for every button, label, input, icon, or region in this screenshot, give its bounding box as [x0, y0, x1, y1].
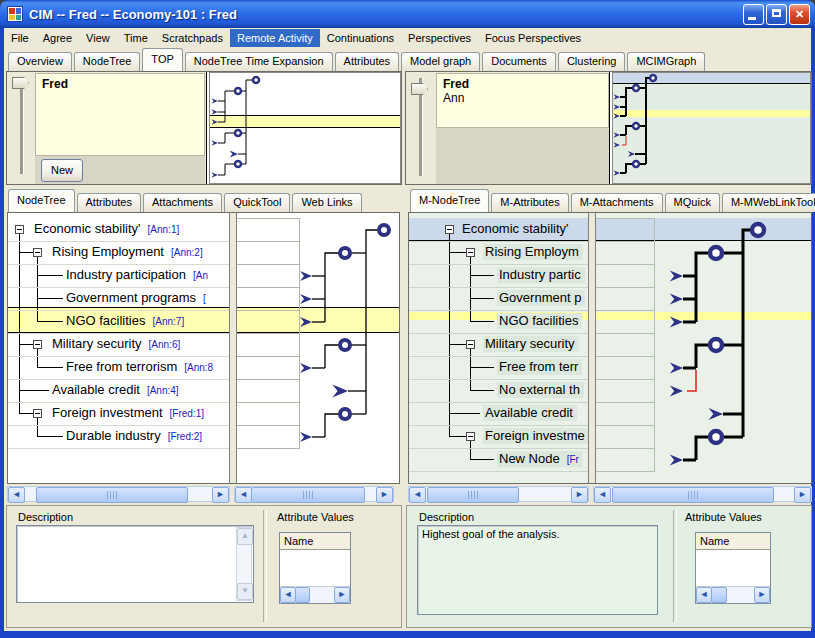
menu-remote-activity[interactable]: Remote Activity: [230, 29, 320, 47]
node-label[interactable]: Available credit: [483, 405, 577, 421]
minimize-button[interactable]: [743, 4, 764, 25]
menu-focus-perspectives[interactable]: Focus Perspectives: [478, 29, 588, 47]
tree-splitter[interactable]: [229, 213, 237, 484]
scroll-thumb[interactable]: [711, 587, 727, 603]
tab-attachments[interactable]: Attachments: [143, 193, 222, 212]
description-vscrollbar[interactable]: ▲ ▼: [236, 527, 252, 601]
collapse-icon[interactable]: [466, 432, 475, 441]
tree-node-foreign-investme[interactable]: Foreign investme: [409, 425, 588, 448]
menu-file[interactable]: File: [4, 29, 36, 47]
scroll-thumb[interactable]: [251, 487, 365, 503]
collapse-icon[interactable]: [445, 225, 454, 234]
value-cell[interactable]: [595, 448, 655, 472]
scroll-thumb[interactable]: [36, 487, 188, 503]
value-cell[interactable]: [595, 218, 655, 242]
tree-node-free-from-terr[interactable]: Free from terr: [409, 356, 588, 379]
tab-model-graph[interactable]: Model graph: [401, 52, 480, 71]
perspective-box-left[interactable]: Fred: [35, 73, 205, 156]
overview-graph-right[interactable]: [612, 72, 811, 184]
scroll-left-icon[interactable]: ◄: [696, 587, 712, 603]
node-label[interactable]: Durable industry[Fred:2]: [66, 428, 202, 443]
tree-node-industry-partic[interactable]: Industry partic: [409, 264, 588, 287]
tab-nodetree[interactable]: NodeTree: [74, 52, 141, 71]
scroll-left-icon[interactable]: ◄: [594, 487, 611, 503]
tab-overview[interactable]: Overview: [8, 52, 72, 71]
tab-clustering[interactable]: Clustering: [558, 52, 626, 71]
scroll-left-icon[interactable]: ◄: [409, 487, 426, 503]
close-button[interactable]: ✕: [789, 4, 810, 25]
tree-node-ngo-facilities[interactable]: NGO facilities[Ann:7]: [8, 310, 229, 333]
tab-m-mweblinktool[interactable]: M-MWebLinkTool: [722, 193, 815, 212]
tree-node-military-security[interactable]: Military security[Ann:6]: [8, 333, 229, 356]
scroll-thumb[interactable]: [295, 587, 310, 603]
tree-node-economic-stability-[interactable]: Economic stability'[Ann:1]: [8, 218, 229, 241]
tree-node-economic-stability-[interactable]: Economic stability': [409, 218, 588, 241]
tab-attributes[interactable]: Attributes: [335, 52, 399, 71]
tree-node-industry-participation[interactable]: Industry participation[An: [8, 264, 229, 287]
node-label[interactable]: Foreign investment[Fred:1]: [52, 405, 204, 420]
scroll-right-icon[interactable]: ►: [334, 587, 350, 603]
tab-documents[interactable]: Documents: [482, 52, 556, 71]
overview-tree-graph-right[interactable]: [613, 73, 810, 183]
node-label[interactable]: Government programs[: [66, 290, 206, 305]
tab-nodetree[interactable]: NodeTree: [8, 189, 75, 212]
overview-graph-left[interactable]: [209, 72, 401, 184]
tree-node-free-from-terrorism[interactable]: Free from terrorism[Ann:8: [8, 356, 229, 379]
value-cell[interactable]: [236, 218, 300, 242]
node-label[interactable]: Industry partic: [497, 267, 585, 283]
graph-hscrollbar[interactable]: ◄ ►: [234, 486, 394, 502]
collapse-icon[interactable]: [33, 409, 42, 418]
value-cell[interactable]: [236, 356, 300, 380]
value-cell[interactable]: [236, 287, 300, 311]
value-cell[interactable]: [236, 402, 300, 426]
collapse-icon[interactable]: [466, 248, 475, 257]
collapse-icon[interactable]: [15, 225, 24, 234]
graph-hscrollbar[interactable]: ◄ ►: [593, 486, 812, 502]
scroll-right-icon[interactable]: ►: [376, 487, 393, 503]
menu-agree[interactable]: Agree: [36, 29, 79, 47]
collapse-icon[interactable]: [33, 248, 42, 257]
value-cell[interactable]: [236, 310, 300, 334]
scroll-right-icon[interactable]: ►: [212, 487, 229, 503]
value-cell[interactable]: [595, 287, 655, 311]
tree-node-new-node[interactable]: New Node[Fr: [409, 448, 588, 471]
attribute-hscrollbar[interactable]: ◄ ►: [280, 586, 350, 603]
menu-view[interactable]: View: [79, 29, 117, 47]
scroll-up-icon[interactable]: ▲: [237, 528, 253, 545]
tree-node-rising-employment[interactable]: Rising Employment[Ann:2]: [8, 241, 229, 264]
value-cell[interactable]: [236, 264, 300, 288]
value-cell[interactable]: [595, 310, 655, 334]
tab-top[interactable]: TOP: [142, 48, 182, 71]
tab-mcimgraph[interactable]: MCIMGraph: [627, 52, 705, 71]
column-header[interactable]: Name: [280, 533, 350, 550]
tab-m-attributes[interactable]: M-Attributes: [491, 193, 568, 212]
scroll-thumb[interactable]: [427, 487, 519, 503]
node-label[interactable]: Foreign investme: [483, 428, 588, 444]
perspective-box-right[interactable]: Fred Ann: [436, 73, 609, 128]
tree-node-government-programs[interactable]: Government programs[: [8, 287, 229, 310]
attribute-values-table[interactable]: Name ◄ ►: [279, 532, 351, 604]
value-cell[interactable]: [236, 241, 300, 265]
tab-attributes[interactable]: Attributes: [77, 193, 141, 212]
menu-scratchpads[interactable]: Scratchpads: [155, 29, 230, 47]
node-label[interactable]: Rising Employment[Ann:2]: [52, 244, 203, 259]
tab-nodetree-time-expansion[interactable]: NodeTree Time Expansion: [185, 52, 333, 71]
column-header[interactable]: Name: [696, 533, 770, 550]
scroll-right-icon[interactable]: ►: [754, 587, 770, 603]
menu-perspectives[interactable]: Perspectives: [401, 29, 478, 47]
tab-m-nodetree[interactable]: M-NodeTree: [410, 189, 489, 212]
node-label[interactable]: NGO facilities[Ann:7]: [66, 313, 184, 328]
tab-mquick[interactable]: MQuick: [665, 193, 720, 212]
tree-hscrollbar[interactable]: ◄ ►: [408, 486, 589, 502]
node-label[interactable]: Government p: [497, 290, 585, 306]
overview-tree-graph-left[interactable]: [210, 75, 400, 183]
scroll-right-icon[interactable]: ►: [571, 487, 588, 503]
new-button[interactable]: New: [41, 159, 83, 182]
scroll-left-icon[interactable]: ◄: [280, 587, 296, 603]
value-cell[interactable]: [595, 425, 655, 449]
tab-quicktool[interactable]: QuickTool: [224, 193, 290, 212]
node-label[interactable]: Free from terrorism[Ann:8: [66, 359, 213, 374]
zoom-slider-track-left[interactable]: [20, 78, 24, 174]
value-cell[interactable]: [595, 241, 655, 265]
node-label[interactable]: Industry participation[An: [66, 267, 208, 282]
